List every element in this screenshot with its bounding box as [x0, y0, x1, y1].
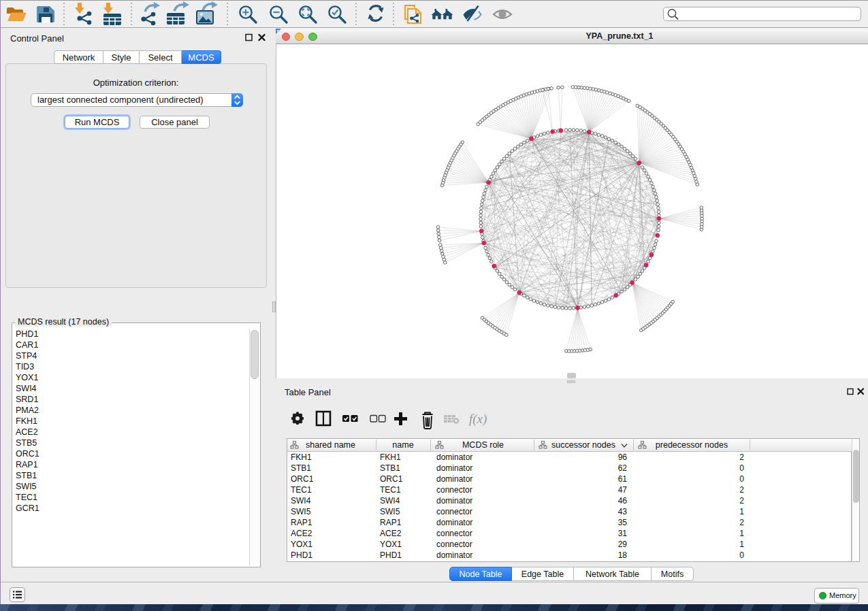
svg-text:f(x): f(x)	[469, 412, 487, 427]
